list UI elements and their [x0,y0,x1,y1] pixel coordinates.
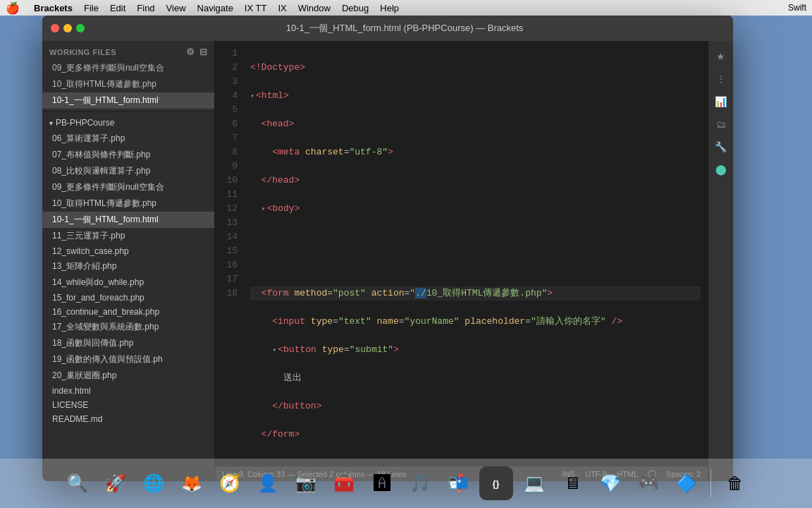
close-button[interactable] [51,24,59,32]
right-panel-chart-icon[interactable]: 📊 [711,92,731,111]
menubar-debug[interactable]: Debug [342,3,369,13]
minimize-button[interactable] [63,24,72,32]
code-content[interactable]: <!Doctype> ▾<html> <head> <meta charset=… [243,47,708,460]
list-item[interactable]: 06_算術運算子.php [42,131,214,147]
code-line-7 [250,230,701,244]
menubar-right: Swift [788,3,806,13]
dock-launchpad[interactable]: 🚀 [99,466,133,500]
code-line-6: ▾<body> [250,202,701,216]
project-triangle-icon: ▾ [49,119,53,127]
menubar-navigate[interactable]: Navigate [197,3,233,13]
list-item[interactable]: 16_continue_and_break.php [42,305,214,319]
list-item[interactable]: LICENSE [42,398,214,412]
menubar-view[interactable]: View [166,3,186,13]
working-files-section: Working Files ⚙ ⊟ 09_更多條件判斷與null空集合 10_取… [42,41,214,112]
dock-terminal[interactable]: 💻 [517,466,551,500]
list-item[interactable]: README.md [42,412,214,426]
code-line-3: <head> [250,117,701,131]
code-line-8 [250,258,701,272]
working-files-settings-icon[interactable]: ⚙ [186,47,195,57]
working-file-item[interactable]: 09_更多條件判斷與null空集合 [42,60,214,76]
menubar-window[interactable]: Window [298,3,331,13]
right-panel-menu-icon[interactable]: ⋮ [711,69,731,89]
menubar-find[interactable]: Find [137,3,154,13]
main-window: 10-1_一個_HTML_form.html (PB-PHPCourse) — … [42,16,733,481]
menubar-file[interactable]: File [84,3,99,13]
list-item[interactable]: 14_while與do_while.php [42,274,214,291]
dock-toolbox[interactable]: 🧰 [327,466,361,500]
list-item[interactable]: 07_布林值與條件判斷.php [42,147,214,163]
dock-vm[interactable]: 🖥 [555,466,589,500]
right-panel: ★ ⋮ 📊 🗂 🔧 ⬤ [708,41,733,481]
code-line-10: <input type="text" name="yourName" place… [250,315,701,329]
dock-photos[interactable]: 📷 [289,466,323,500]
dock-safari[interactable]: 🧭 [213,466,247,500]
window-title: 10-1_一個_HTML_form.html (PB-PHPCourse) — … [85,22,725,35]
code-line-4: <meta charset="utf-8"> [250,145,701,159]
sidebar: Working Files ⚙ ⊟ 09_更多條件判斷與null空集合 10_取… [42,41,215,481]
editor-area: 1 2 3 4 5 6 7 8 9 10 11 12 13 14 15 16 1 [215,41,708,481]
dock-firefox[interactable]: 🦊 [175,466,209,500]
list-item[interactable]: 12_switch_case.php [42,244,214,258]
working-files-header: Working Files ⚙ ⊟ [42,41,214,60]
dock-extra1[interactable]: 🔷 [670,466,703,500]
code-line-14: </form> [250,428,701,442]
list-item[interactable]: 19_函數的傳入值與預設值.ph [42,351,214,368]
code-line-13: </button> [250,399,701,413]
menubar-help[interactable]: Help [380,3,399,13]
dock-mail[interactable]: 📬 [441,466,475,500]
list-item[interactable]: 08_比較與邏輯運算子.php [42,163,214,179]
line-number: 14 [215,230,238,244]
maximize-button[interactable] [76,24,85,32]
list-item[interactable]: 11_三元運算子.php [42,228,214,244]
code-line-5: </head> [250,174,701,188]
dock-chrome[interactable]: 🌐 [137,466,171,500]
line-number: 11 [215,188,238,202]
dock-sketch[interactable]: 💎 [593,466,627,500]
list-item[interactable]: 20_巢狀迴圈.php [42,368,214,384]
line-number: 4 [215,89,238,103]
line-number: 16 [215,258,238,272]
titlebar: 10-1_一個_HTML_form.html (PB-PHPCourse) — … [42,16,733,41]
dock: 🔍 🚀 🌐 🦊 🧭 👤 📷 🧰 🅰 🎵 📬 {} 💻 🖥 💎 🎮 🔷 🗑 [0,459,812,508]
right-panel-active-icon[interactable]: ⬤ [711,159,731,179]
working-files-split-icon[interactable]: ⊟ [199,47,208,57]
working-file-item-active[interactable]: 10-1_一個_HTML_form.html [42,92,214,109]
code-line-11: ▾<button type="submit"> [250,343,701,357]
menubar-ix[interactable]: IX [278,3,286,13]
right-panel-folder-icon[interactable]: 🗂 [711,114,731,134]
dock-contacts[interactable]: 👤 [251,466,285,500]
menubar-brackets[interactable]: Brackets [34,3,73,13]
line-number: 10 [215,174,238,188]
list-item-active[interactable]: 10-1_一個_HTML_form.html [42,212,214,228]
menubar-ixtt[interactable]: IX TT [245,3,267,13]
project-header[interactable]: ▾ PB-PHPCourse [42,112,214,131]
dock-trash[interactable]: 🗑 [718,466,752,500]
dock-finder[interactable]: 🔍 [61,466,94,500]
code-line-12: 送出 [250,371,701,385]
list-item[interactable]: 17_全域變數與系統函數.php [42,319,214,335]
dock-separator [710,469,711,497]
list-item[interactable]: 15_for_and_foreach.php [42,291,214,305]
line-number: 7 [215,131,238,145]
right-panel-star-icon[interactable]: ★ [711,47,731,66]
dock-game[interactable]: 🎮 [632,466,665,500]
dock-music[interactable]: 🎵 [403,466,437,500]
code-view[interactable]: 1 2 3 4 5 6 7 8 9 10 11 12 13 14 15 16 1 [215,41,708,466]
working-file-item[interactable]: 10_取得HTML傳遞參數.php [42,76,214,92]
line-number: 6 [215,117,238,131]
dock-appstore[interactable]: 🅰 [365,466,399,500]
code-line-2: ▾<html> [250,89,701,103]
menubar-edit[interactable]: Edit [110,3,125,13]
apple-menu[interactable]: 🍎 [6,1,20,15]
list-item[interactable]: 18_函數與回傳值.php [42,335,214,351]
list-item[interactable]: 09_更多條件判斷與null空集合 [42,179,214,195]
line-number: 9 [215,159,238,174]
dock-brackets[interactable]: {} [479,466,513,500]
list-item[interactable]: 10_取得HTML傳遞參數.php [42,195,214,212]
code-line-1: <!Doctype> [250,61,701,75]
list-item[interactable]: index.html [42,384,214,398]
traffic-lights [51,24,85,32]
list-item[interactable]: 13_矩陣介紹.php [42,258,214,274]
right-panel-tool-icon[interactable]: 🔧 [711,137,731,157]
